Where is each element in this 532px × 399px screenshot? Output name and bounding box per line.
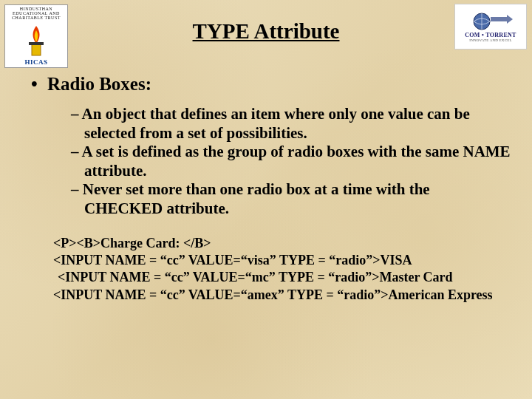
slide-title: TYPE Attribute <box>0 19 532 44</box>
logo-left-top-text: HINDUSTHAN EDUCATIONAL AND CHARITABLE TR… <box>5 7 67 20</box>
logo-left-bottom-text: HICAS <box>24 58 47 66</box>
sub-bullet: A set is defined as the group of radio b… <box>84 143 511 180</box>
code-example: <P><B>Charge Card: </B> <INPUT NAME = “c… <box>28 235 511 304</box>
code-line: <P><B>Charge Card: </B> <box>89 235 511 252</box>
code-line: <INPUT NAME = “cc” VALUE=“visa” TYPE = “… <box>89 252 511 269</box>
svg-rect-0 <box>32 44 41 55</box>
code-line: <INPUT NAME = “cc” VALUE=“mc” TYPE = “ra… <box>89 269 511 286</box>
slide-content: Radio Boxes: An object that defines an i… <box>28 74 511 304</box>
sub-bullet: Never set more than one radio box at a t… <box>84 180 511 218</box>
sub-bullet-list: An object that defines an item where onl… <box>28 105 511 219</box>
sub-bullet: An object that defines an item where onl… <box>84 105 511 143</box>
section-heading: Radio Boxes: <box>28 74 511 95</box>
code-line: <INPUT NAME = “cc” VALUE=“amex” TYPE = “… <box>89 287 511 304</box>
